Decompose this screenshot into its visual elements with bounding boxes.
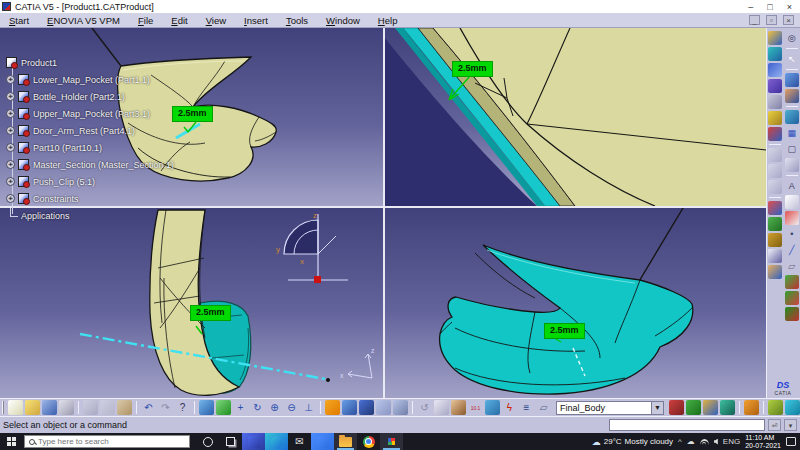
surface-2-icon[interactable]: [785, 400, 800, 415]
menu-item-insert[interactable]: Insert: [235, 15, 277, 26]
sketch-book-icon[interactable]: [768, 265, 782, 279]
applications-label[interactable]: Applications: [21, 211, 70, 221]
command-enter-button[interactable]: ⏎: [768, 419, 781, 431]
tree-item-master-section[interactable]: + Master_Section (Master_Section.1): [2, 156, 232, 173]
frame-icon[interactable]: [785, 158, 799, 172]
axis-system-icon[interactable]: [785, 211, 799, 225]
list-icon[interactable]: ≡: [519, 400, 534, 415]
expand-plus-icon[interactable]: +: [6, 143, 15, 152]
zoom-out-icon[interactable]: ⊖: [284, 400, 299, 415]
tree-item-label[interactable]: Door_Arm_Rest (Part4.1): [33, 126, 135, 136]
compass-widget[interactable]: z y x: [276, 211, 348, 283]
menu-item-file[interactable]: File: [129, 15, 162, 26]
manikin-icon[interactable]: [451, 400, 466, 415]
tree-item-label[interactable]: Bottle_Holder (Part2.1): [33, 92, 125, 102]
cut-icon[interactable]: [83, 400, 98, 415]
isometric-view-icon[interactable]: [342, 400, 357, 415]
body-selector-combo[interactable]: Final_Body ▼: [556, 401, 664, 415]
zoom-in-icon[interactable]: ⊕: [267, 400, 282, 415]
viewport-bottom-left[interactable]: z y x x z: [0, 208, 383, 398]
print-icon[interactable]: [59, 400, 74, 415]
color-analysis-icon[interactable]: [686, 400, 701, 415]
copy-icon[interactable]: [100, 400, 115, 415]
rotate-icon[interactable]: ↻: [250, 400, 265, 415]
doc-1-icon[interactable]: [768, 148, 782, 162]
view-style-blue-icon[interactable]: [768, 63, 782, 77]
side-profile-view[interactable]: z y x x z: [0, 208, 383, 398]
pan-icon[interactable]: +: [233, 400, 248, 415]
child-minimize-button[interactable]: _: [749, 15, 760, 25]
minimize-button[interactable]: –: [748, 2, 753, 12]
tree-item-bottle-holder[interactable]: + Bottle_Holder (Part2.1): [2, 88, 232, 105]
snap-box-icon[interactable]: ▢: [785, 142, 799, 156]
point-icon[interactable]: •: [785, 227, 799, 241]
task-view-icon[interactable]: [219, 433, 242, 450]
start-button[interactable]: [0, 433, 24, 450]
action-center-icon[interactable]: [786, 437, 796, 446]
tree-item-door-arm-rest[interactable]: + Door_Arm_Rest (Part4.1): [2, 122, 232, 139]
combo-dropdown-icon[interactable]: ▼: [651, 402, 663, 414]
plane-icon[interactable]: ▱: [536, 400, 551, 415]
view-style-teal-icon[interactable]: [768, 47, 782, 61]
network-icon[interactable]: [700, 439, 709, 445]
child-restore-button[interactable]: ▫: [766, 15, 777, 25]
toolbar-grip[interactable]: [2, 401, 4, 414]
expand-plus-icon[interactable]: +: [6, 92, 15, 101]
whats-this-icon[interactable]: ?: [175, 400, 190, 415]
visual-filter-icon[interactable]: [720, 400, 735, 415]
view-style-gray-icon[interactable]: [768, 95, 782, 109]
select-arrow-icon[interactable]: ↖: [785, 52, 799, 66]
redo-icon[interactable]: ↷: [158, 400, 173, 415]
surface-knot-icon[interactable]: [785, 307, 799, 321]
language-indicator[interactable]: ENG: [723, 437, 740, 446]
catalog-hand-icon[interactable]: [744, 400, 759, 415]
tree-item-label[interactable]: Upper_Map_Pocket (Part3.1): [33, 109, 150, 119]
dimension-label-bottom-right[interactable]: 2.5mm: [545, 324, 584, 338]
expand-plus-icon[interactable]: +: [6, 109, 15, 118]
sketch-pen-icon[interactable]: [768, 249, 782, 263]
calculator-icon[interactable]: [242, 433, 265, 450]
zoom-app-icon[interactable]: [311, 433, 334, 450]
undo-icon[interactable]: ↶: [141, 400, 156, 415]
product-box-icon[interactable]: [785, 73, 799, 87]
shaded-view-icon[interactable]: [359, 400, 374, 415]
tree-item-lower-map-pocket[interactable]: + Lower_Map_Pocket (Part1.1): [2, 71, 232, 88]
quick-view-icon[interactable]: [325, 400, 340, 415]
speaker-icon[interactable]: [714, 439, 718, 445]
save-icon[interactable]: [42, 400, 57, 415]
weather-widget[interactable]: ☁ 29°C Mostly cloudy: [592, 437, 673, 447]
surface-green-1-icon[interactable]: [785, 275, 799, 289]
fit-all-in-icon[interactable]: [216, 400, 231, 415]
surface-1-icon[interactable]: [768, 400, 783, 415]
view-style-purple-icon[interactable]: [768, 79, 782, 93]
taskbar-search[interactable]: [24, 435, 190, 448]
normal-view-icon[interactable]: ⊥: [301, 400, 316, 415]
render-sphere-icon[interactable]: [768, 111, 782, 125]
expand-plus-icon[interactable]: +: [6, 75, 15, 84]
tree-item-label[interactable]: Push_Clip (5.1): [33, 177, 95, 187]
measure-item-icon[interactable]: 10.1: [468, 400, 483, 415]
sketch-green-icon[interactable]: [768, 217, 782, 231]
tree-root-label[interactable]: Product1: [21, 58, 57, 68]
dimension-label-top-right[interactable]: 2.5mm: [453, 62, 492, 76]
tree-item-applications[interactable]: Applications: [2, 207, 232, 224]
knowledge-icon[interactable]: ϟ: [502, 400, 517, 415]
component-icon[interactable]: [785, 89, 799, 103]
view-style-multi-icon[interactable]: [768, 31, 782, 45]
door-arm-rest-teal-view[interactable]: [385, 208, 766, 398]
update-icon[interactable]: ↺: [417, 400, 432, 415]
maximize-button[interactable]: □: [767, 2, 772, 12]
onedrive-cloud-icon[interactable]: ☁: [687, 437, 695, 446]
tray-chevron-icon[interactable]: ^: [678, 437, 682, 446]
3d-viewport-area[interactable]: z y x x z: [0, 28, 766, 398]
apply-material-icon[interactable]: [768, 127, 782, 141]
section-closeup-view[interactable]: [385, 28, 766, 206]
assembly-icon[interactable]: [785, 110, 799, 124]
open-icon[interactable]: [25, 400, 40, 415]
expand-plus-icon[interactable]: +: [6, 126, 15, 135]
menu-item-view[interactable]: View: [197, 15, 235, 26]
surface-green-2-icon[interactable]: [785, 291, 799, 305]
edge-icon[interactable]: [265, 433, 288, 450]
new-document-icon[interactable]: [8, 400, 23, 415]
tree-item-part10[interactable]: + Part10 (Part10.1): [2, 139, 232, 156]
